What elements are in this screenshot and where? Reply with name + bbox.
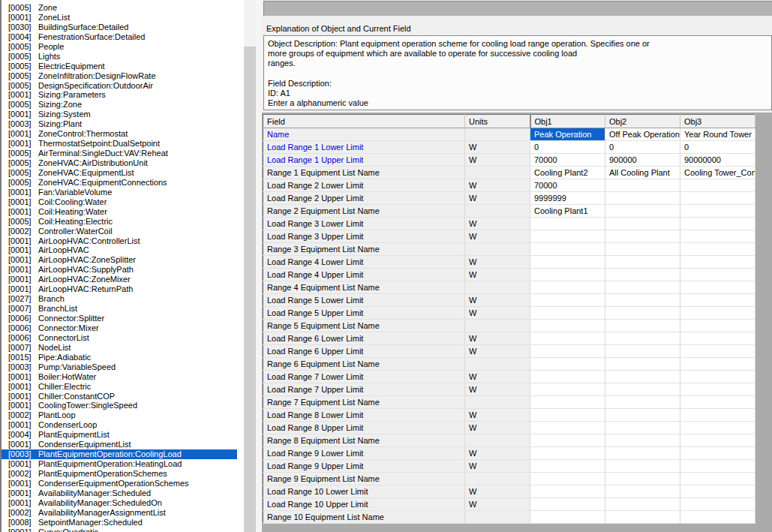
cell-obj2[interactable]: Off Peak Operation bbox=[605, 128, 680, 141]
cell-obj3[interactable] bbox=[680, 358, 755, 371]
cell-obj2[interactable] bbox=[605, 320, 680, 332]
class-list-item[interactable]: [0001]Coil:Cooling:Water bbox=[2, 197, 244, 207]
cell-obj3[interactable] bbox=[680, 511, 755, 524]
class-list-item[interactable]: [0001]AirLoopHVAC bbox=[2, 245, 244, 255]
cell-obj2[interactable] bbox=[605, 269, 680, 281]
class-list-item[interactable]: [0001]AvailabilityManager:Scheduled bbox=[2, 488, 244, 498]
cell-obj1[interactable] bbox=[530, 473, 605, 485]
cell-obj1[interactable] bbox=[530, 294, 605, 307]
class-list-item[interactable]: [0005]Zone bbox=[2, 3, 244, 13]
class-list-item[interactable]: [0001]ZoneControl:Thermostat bbox=[2, 129, 244, 139]
cell-obj2[interactable] bbox=[605, 192, 680, 205]
cell-obj1[interactable]: 0 bbox=[530, 141, 605, 154]
class-list-item[interactable]: [0015]Pipe:Adiabatic bbox=[2, 353, 244, 362]
class-list-item[interactable]: [0004]FenestrationSurface:Detailed bbox=[2, 32, 244, 42]
cell-obj3[interactable] bbox=[680, 218, 755, 230]
cell-obj3[interactable] bbox=[680, 281, 755, 294]
class-list-item[interactable]: [0001]AirLoopHVAC:ReturnPath bbox=[2, 284, 244, 294]
cell-obj3[interactable] bbox=[680, 345, 755, 358]
class-list-item[interactable]: [0002]PlantLoop bbox=[2, 410, 244, 420]
cell-obj3[interactable] bbox=[680, 307, 755, 320]
cell-obj3[interactable] bbox=[680, 447, 755, 460]
class-list-item[interactable]: [0001]ZoneList bbox=[2, 13, 244, 23]
cell-obj2[interactable] bbox=[605, 307, 680, 320]
class-list-item[interactable]: [0001]Boiler:HotWater bbox=[2, 372, 244, 382]
cell-obj3[interactable] bbox=[680, 230, 755, 243]
class-list-item[interactable]: [0001]Coil:Heating:Water bbox=[2, 207, 244, 217]
class-list-item[interactable]: [0003]PlantEquipmentOperation:CoolingLoa… bbox=[2, 449, 237, 459]
class-list-item[interactable]: [0001]CondenserEquipmentOperationSchemes bbox=[2, 479, 244, 488]
cell-obj3[interactable] bbox=[680, 371, 755, 383]
cell-obj2[interactable] bbox=[605, 218, 680, 230]
cell-obj2[interactable] bbox=[605, 345, 680, 358]
class-list-item[interactable]: [0007]BranchList bbox=[2, 304, 244, 314]
class-list-item[interactable]: [0001]Chiller:Electric bbox=[2, 382, 244, 392]
class-list-item[interactable]: [0005]ZoneHVAC:AirDistributionUnit bbox=[2, 158, 244, 168]
class-list-item[interactable]: [0027]Branch bbox=[2, 294, 244, 304]
cell-obj3[interactable] bbox=[680, 192, 755, 205]
class-list-item[interactable]: [0002]PlantEquipmentOperationSchemes bbox=[2, 469, 244, 479]
cell-obj3[interactable] bbox=[680, 434, 755, 447]
class-list-item[interactable]: [0003]Pump:VariableSpeed bbox=[2, 362, 244, 372]
cell-obj1[interactable] bbox=[530, 218, 605, 230]
cell-obj3[interactable] bbox=[680, 332, 755, 345]
class-list-item[interactable]: [0005]Sizing:Zone bbox=[2, 100, 244, 110]
cell-obj1[interactable] bbox=[530, 230, 605, 243]
cell-obj1[interactable]: Cooling Plant2 bbox=[530, 167, 605, 179]
cell-obj1[interactable] bbox=[530, 511, 605, 524]
class-list-item[interactable]: [0004]PlantEquipmentList bbox=[2, 430, 244, 440]
cell-obj1[interactable] bbox=[530, 498, 605, 511]
cell-obj2[interactable] bbox=[605, 460, 680, 473]
class-list-item[interactable]: [0006]ConnectorList bbox=[2, 333, 244, 343]
class-list-scrollbar[interactable] bbox=[244, 0, 256, 532]
class-list-item[interactable]: [0001]Sizing:System bbox=[2, 110, 244, 119]
class-list-item[interactable]: [0001]ThermostatSetpoint:DualSetpoint bbox=[2, 139, 244, 149]
cell-obj1[interactable] bbox=[530, 409, 605, 422]
cell-obj1[interactable] bbox=[530, 256, 605, 269]
cell-obj2[interactable] bbox=[605, 396, 680, 409]
class-list-item[interactable]: [0002]AvailabilityManagerAssignmentList bbox=[2, 508, 244, 518]
class-list-item[interactable]: [0003]Sizing:Plant bbox=[2, 119, 244, 129]
cell-obj2[interactable] bbox=[605, 447, 680, 460]
cell-obj1[interactable] bbox=[530, 320, 605, 332]
cell-obj1[interactable] bbox=[530, 281, 605, 294]
class-list-item[interactable]: [0007]NodeList bbox=[2, 343, 244, 353]
class-list-item[interactable]: [0002]Controller:WaterCoil bbox=[2, 227, 244, 236]
cell-obj2[interactable] bbox=[605, 473, 680, 485]
cell-obj3[interactable] bbox=[680, 294, 755, 307]
class-list-item[interactable]: [0005]DesignSpecification:OutdoorAir bbox=[2, 81, 244, 91]
cell-obj2[interactable] bbox=[605, 358, 680, 371]
class-list-item[interactable]: [0001]Fan:VariableVolume bbox=[2, 188, 244, 197]
cell-obj1[interactable] bbox=[530, 371, 605, 383]
cell-obj2[interactable]: All Cooling Plant bbox=[605, 167, 680, 179]
cell-obj2[interactable] bbox=[605, 409, 680, 422]
class-list-item[interactable]: [0005]People bbox=[2, 42, 244, 52]
class-list-item[interactable]: [0005]ZoneInfiltration:DesignFlowRate bbox=[2, 71, 244, 81]
cell-obj2[interactable] bbox=[605, 383, 680, 396]
cell-obj2[interactable] bbox=[605, 179, 680, 192]
cell-obj3[interactable] bbox=[680, 256, 755, 269]
class-list-item[interactable]: [0001]PlantEquipmentOperation:HeatingLoa… bbox=[2, 459, 244, 469]
cell-obj2[interactable] bbox=[605, 511, 680, 524]
cell-obj3[interactable]: 0 bbox=[680, 141, 755, 154]
cell-obj2[interactable] bbox=[605, 243, 680, 256]
cell-obj1[interactable] bbox=[530, 358, 605, 371]
cell-obj3[interactable] bbox=[680, 179, 755, 192]
cell-obj1[interactable] bbox=[530, 332, 605, 345]
object-class-list[interactable]: [0005]Zone[0001]ZoneList[0030]BuildingSu… bbox=[0, 0, 244, 532]
cell-obj1[interactable] bbox=[530, 345, 605, 358]
class-list-item[interactable]: [0005]AirTerminal:SingleDuct:VAV:Reheat bbox=[2, 149, 244, 158]
cell-obj3[interactable] bbox=[680, 409, 755, 422]
class-list-item[interactable]: [0005]Coil:Heating:Electric bbox=[2, 217, 244, 227]
cell-obj1[interactable] bbox=[530, 460, 605, 473]
cell-obj2[interactable] bbox=[605, 230, 680, 243]
cell-obj3[interactable]: 90000000 bbox=[680, 154, 755, 167]
cell-obj2[interactable] bbox=[605, 205, 680, 218]
cell-obj1[interactable]: Cooling Plant1 bbox=[530, 205, 605, 218]
cell-obj2[interactable] bbox=[605, 434, 680, 447]
cell-obj1[interactable] bbox=[530, 383, 605, 396]
cell-obj1[interactable] bbox=[530, 269, 605, 281]
cell-obj2[interactable]: 0 bbox=[605, 141, 680, 154]
cell-obj2[interactable] bbox=[605, 422, 680, 434]
cell-obj1[interactable] bbox=[530, 434, 605, 447]
